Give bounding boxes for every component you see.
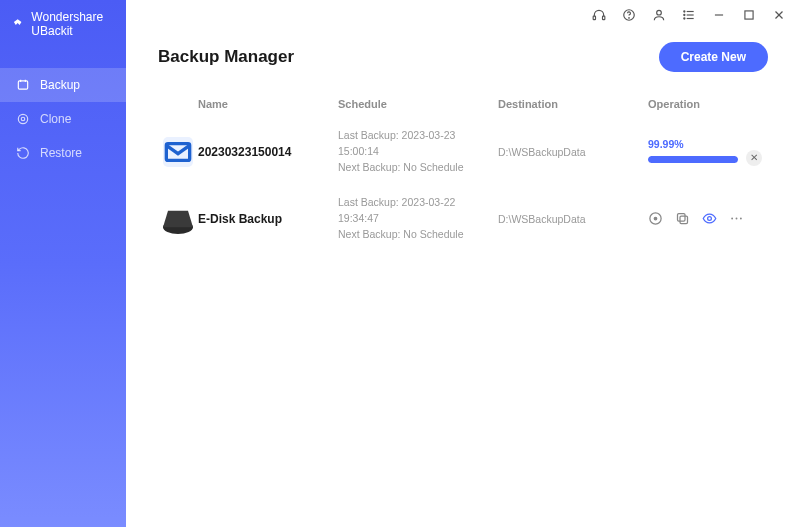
headset-icon[interactable]	[592, 8, 606, 22]
svg-rect-15	[745, 11, 753, 19]
titlebar	[126, 0, 800, 30]
progress-percent: 99.99%	[648, 138, 768, 150]
svg-rect-3	[593, 16, 595, 20]
svg-point-27	[736, 218, 738, 220]
menu-list-icon[interactable]	[682, 8, 696, 22]
row-operation	[648, 211, 768, 226]
svg-point-12	[684, 14, 685, 15]
cancel-button[interactable]: ✕	[746, 150, 762, 166]
close-icon[interactable]	[772, 8, 786, 22]
run-backup-icon[interactable]	[648, 211, 663, 226]
page-title: Backup Manager	[158, 47, 294, 67]
more-icon[interactable]	[729, 211, 744, 226]
restore-icon	[16, 146, 30, 160]
help-icon[interactable]	[622, 8, 636, 22]
sidebar-item-backup[interactable]: Backup	[0, 68, 126, 102]
row-schedule: Last Backup: 2023-03-23 15:00:14 Next Ba…	[338, 128, 498, 175]
progress-bar	[648, 156, 738, 163]
row-destination: D:\WSBackupData	[498, 146, 648, 158]
svg-point-25	[708, 217, 712, 221]
row-schedule: Last Backup: 2023-03-22 19:34:47 Next Ba…	[338, 195, 498, 242]
sidebar-item-clone[interactable]: Clone	[0, 102, 126, 136]
svg-point-22	[654, 218, 657, 221]
page-header: Backup Manager Create New	[126, 30, 800, 90]
sidebar-item-label: Clone	[40, 112, 71, 126]
col-schedule: Schedule	[338, 98, 498, 110]
account-icon[interactable]	[652, 8, 666, 22]
svg-point-26	[731, 218, 733, 220]
svg-point-1	[18, 114, 27, 123]
svg-rect-23	[680, 216, 688, 224]
col-operation: Operation	[648, 98, 768, 110]
app-brand: Wondershare UBackit	[0, 0, 126, 48]
main-panel: Backup Manager Create New Name Schedule …	[126, 0, 800, 527]
sidebar: Wondershare UBackit Backup Clone Restore	[0, 0, 126, 527]
svg-rect-24	[678, 214, 686, 222]
col-destination: Destination	[498, 98, 648, 110]
row-type-icon	[158, 132, 198, 172]
backup-icon	[16, 78, 30, 92]
view-icon[interactable]	[702, 211, 717, 226]
table-header-row: Name Schedule Destination Operation	[158, 90, 768, 118]
maximize-icon[interactable]	[742, 8, 756, 22]
sidebar-item-label: Backup	[40, 78, 80, 92]
minimize-icon[interactable]	[712, 8, 726, 22]
svg-point-13	[684, 18, 685, 19]
svg-point-7	[657, 10, 662, 15]
create-new-button[interactable]: Create New	[659, 42, 768, 72]
sidebar-nav: Backup Clone Restore	[0, 68, 126, 170]
row-next-backup: Next Backup: No Schedule	[338, 227, 498, 243]
svg-point-6	[629, 18, 630, 19]
row-last-backup: Last Backup: 2023-03-22 19:34:47	[338, 195, 498, 227]
copy-icon[interactable]	[675, 211, 690, 226]
sidebar-item-label: Restore	[40, 146, 82, 160]
table-row: E-Disk Backup Last Backup: 2023-03-22 19…	[158, 185, 768, 252]
svg-rect-0	[18, 81, 27, 89]
row-name: E-Disk Backup	[198, 212, 338, 226]
sidebar-item-restore[interactable]: Restore	[0, 136, 126, 170]
svg-point-11	[684, 11, 685, 12]
svg-point-28	[740, 218, 742, 220]
row-name: 20230323150014	[198, 145, 338, 159]
clone-icon	[16, 112, 30, 126]
svg-point-2	[21, 117, 25, 121]
row-destination: D:\WSBackupData	[498, 213, 648, 225]
col-name: Name	[198, 98, 338, 110]
app-logo-icon	[12, 16, 23, 32]
table-row: 20230323150014 Last Backup: 2023-03-23 1…	[158, 118, 768, 185]
app-title: Wondershare UBackit	[31, 10, 114, 38]
svg-rect-4	[603, 16, 605, 20]
row-operation: 99.99% ✕	[648, 138, 768, 166]
row-type-icon	[158, 199, 198, 239]
backup-table: Name Schedule Destination Operation 2023…	[126, 90, 800, 253]
row-next-backup: Next Backup: No Schedule	[338, 160, 498, 176]
row-last-backup: Last Backup: 2023-03-23 15:00:14	[338, 128, 498, 160]
